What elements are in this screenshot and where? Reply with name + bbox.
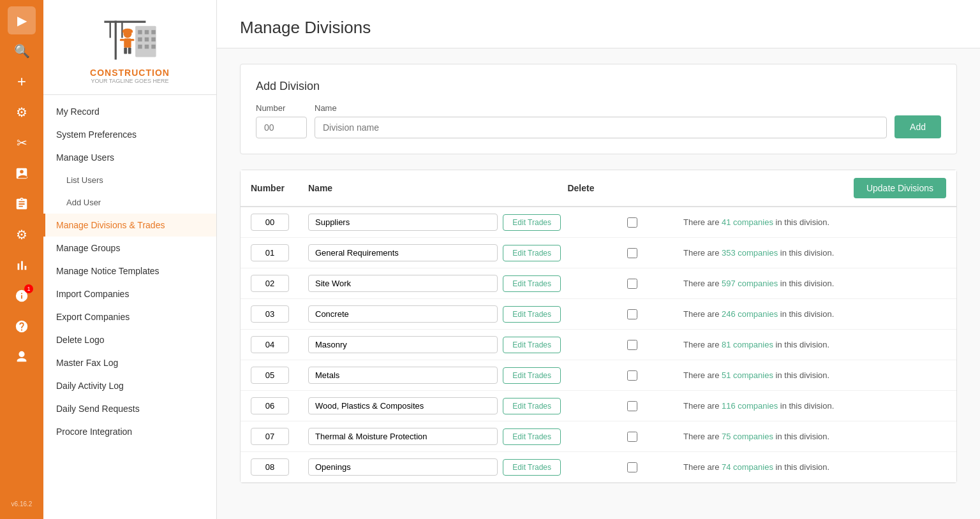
- sidebar-item-daily-activity-log[interactable]: Daily Activity Log: [43, 374, 216, 397]
- table-row: Edit Trades There are 81 companies in th…: [241, 330, 956, 360]
- update-divisions-button[interactable]: Update Divisions: [854, 178, 946, 198]
- edit-trades-button[interactable]: Edit Trades: [503, 214, 561, 231]
- svg-rect-18: [124, 48, 127, 54]
- add-icon[interactable]: +: [8, 68, 36, 96]
- row-number-input[interactable]: [251, 367, 289, 384]
- row-number-cell: [251, 336, 308, 353]
- sidebar-item-manage-users[interactable]: Manage Users: [43, 146, 216, 169]
- row-info-cell: There are 74 companies in this division.: [683, 462, 946, 472]
- row-number-input[interactable]: [251, 244, 289, 261]
- row-number-input[interactable]: [251, 458, 289, 476]
- delete-checkbox[interactable]: [627, 432, 637, 442]
- name-input-field[interactable]: [315, 117, 887, 138]
- delete-checkbox[interactable]: [627, 340, 637, 350]
- contact-icon[interactable]: [8, 159, 36, 187]
- sidebar-item-master-fax-log[interactable]: Master Fax Log: [43, 351, 216, 374]
- edit-trades-button[interactable]: Edit Trades: [503, 245, 561, 261]
- clipboard-icon[interactable]: [8, 190, 36, 218]
- row-name-input[interactable]: [308, 428, 498, 445]
- svg-rect-12: [109, 22, 110, 38]
- edit-trades-button[interactable]: Edit Trades: [503, 367, 561, 384]
- row-number-cell: [251, 244, 308, 261]
- sidebar-item-manage-groups[interactable]: Manage Groups: [43, 237, 216, 260]
- sidebar-item-delete-logo[interactable]: Delete Logo: [43, 328, 216, 351]
- svg-rect-7: [138, 45, 142, 49]
- row-info-cell: There are 597 companies in this division…: [683, 279, 946, 288]
- delete-checkbox[interactable]: [627, 279, 637, 289]
- svg-rect-5: [144, 38, 149, 42]
- row-name-input[interactable]: [308, 458, 498, 476]
- logo-image: [89, 10, 172, 68]
- row-number-input[interactable]: [251, 397, 289, 414]
- row-name-input[interactable]: [308, 397, 498, 414]
- number-label: Number: [256, 103, 307, 113]
- play-icon[interactable]: ▶: [8, 6, 36, 34]
- edit-trades-button[interactable]: Edit Trades: [503, 459, 561, 476]
- version-label: v6.16.2: [11, 501, 33, 513]
- edit-trades-button[interactable]: Edit Trades: [503, 306, 561, 323]
- add-division-form: Number Name Add: [256, 103, 941, 138]
- row-number-cell: [251, 458, 308, 476]
- content-area: Add Division Number Name Add Number Name…: [217, 48, 980, 499]
- sidebar-item-list-users[interactable]: List Users: [43, 169, 216, 191]
- row-name-input[interactable]: [308, 214, 498, 231]
- sidebar-item-my-record[interactable]: My Record: [43, 100, 216, 123]
- edit-trades-button[interactable]: Edit Trades: [503, 398, 561, 414]
- name-column-header: Name: [308, 183, 530, 193]
- edit-trades-button[interactable]: Edit Trades: [503, 428, 561, 445]
- search-icon[interactable]: 🔍: [8, 37, 36, 65]
- row-delete-cell: [581, 401, 683, 411]
- companies-count: 597 companies: [722, 279, 778, 288]
- sidebar-item-procore-integration[interactable]: Procore Integration: [43, 420, 216, 443]
- delete-checkbox[interactable]: [627, 309, 637, 319]
- row-number-cell: [251, 214, 308, 231]
- row-info-cell: There are 41 companies in this division.: [683, 217, 946, 227]
- edit-trades-button[interactable]: Edit Trades: [503, 275, 561, 292]
- delete-checkbox[interactable]: [627, 217, 637, 228]
- sidebar-item-export-companies[interactable]: Export Companies: [43, 305, 216, 328]
- sidebar-item-manage-notice-templates[interactable]: Manage Notice Templates: [43, 260, 216, 282]
- sidebar-item-system-preferences[interactable]: System Preferences: [43, 123, 216, 146]
- row-number-input[interactable]: [251, 214, 289, 231]
- row-number-input[interactable]: [251, 305, 289, 323]
- page-title: Manage Divisions: [240, 18, 957, 38]
- sidebar-item-daily-send-requests[interactable]: Daily Send Requests: [43, 397, 216, 420]
- gear-icon[interactable]: ⚙: [8, 98, 36, 126]
- row-name-cell: Edit Trades: [308, 458, 581, 476]
- sidebar-item-add-user[interactable]: Add User: [43, 191, 216, 214]
- info-icon[interactable]: 1: [8, 282, 36, 310]
- row-name-input[interactable]: [308, 336, 498, 353]
- row-number-input[interactable]: [251, 428, 289, 445]
- companies-count: 51 companies: [722, 370, 773, 380]
- delete-checkbox[interactable]: [627, 462, 637, 472]
- svg-rect-2: [144, 30, 149, 34]
- row-name-input[interactable]: [308, 275, 498, 292]
- chart-icon[interactable]: [8, 251, 36, 279]
- row-number-input[interactable]: [251, 275, 289, 292]
- number-input-field[interactable]: [256, 117, 307, 138]
- delete-checkbox[interactable]: [627, 248, 637, 258]
- delete-checkbox[interactable]: [627, 370, 637, 381]
- row-number-cell: [251, 367, 308, 384]
- svg-rect-21: [122, 31, 132, 33]
- divisions-table: Number Name Delete Update Divisions Edit…: [240, 170, 957, 483]
- row-info-cell: There are 246 companies in this division…: [683, 309, 946, 319]
- user-icon[interactable]: [8, 343, 36, 371]
- edit-trades-button[interactable]: Edit Trades: [503, 337, 561, 353]
- settings2-icon[interactable]: ⚙: [8, 221, 36, 249]
- companies-count: 74 companies: [722, 462, 773, 472]
- companies-count: 353 companies: [722, 248, 778, 258]
- row-name-input[interactable]: [308, 244, 498, 261]
- row-delete-cell: [581, 462, 683, 472]
- tools-icon[interactable]: ✂: [8, 129, 36, 157]
- row-name-input[interactable]: [308, 305, 498, 323]
- sidebar-item-manage-divisions[interactable]: Manage Divisions & Trades: [43, 214, 216, 237]
- help-icon[interactable]: [8, 312, 36, 340]
- add-button[interactable]: Add: [895, 115, 941, 138]
- row-name-cell: Edit Trades: [308, 336, 581, 353]
- delete-column-header: Delete: [530, 183, 632, 193]
- delete-checkbox[interactable]: [627, 401, 637, 411]
- row-name-input[interactable]: [308, 367, 498, 384]
- sidebar-item-import-companies[interactable]: Import Companies: [43, 282, 216, 305]
- row-number-input[interactable]: [251, 336, 289, 353]
